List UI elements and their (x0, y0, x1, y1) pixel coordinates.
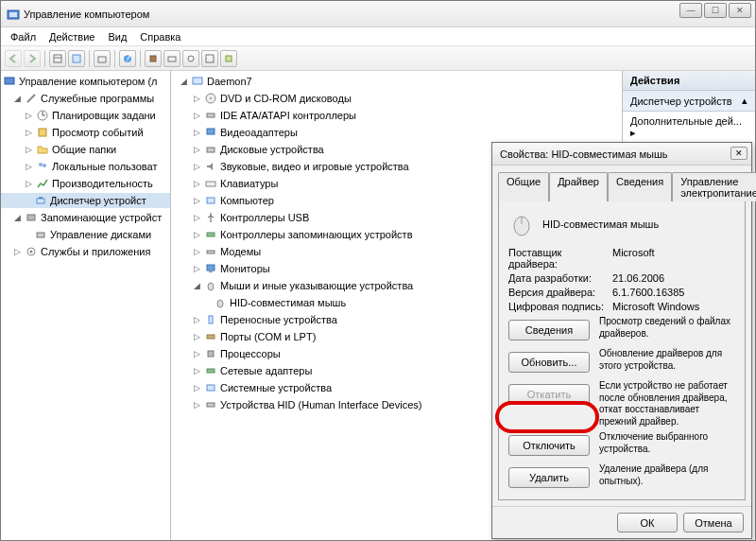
expand-icon[interactable]: ▷ (193, 349, 201, 358)
svg-rect-12 (226, 56, 232, 61)
toolbar-btn-7[interactable] (201, 50, 218, 67)
expand-icon[interactable]: ▷ (25, 179, 33, 188)
toolbar-btn-6[interactable] (182, 50, 199, 67)
expand-icon[interactable]: ◢ (180, 77, 188, 86)
toolbar-btn-3[interactable] (94, 50, 111, 67)
expand-icon[interactable]: ▷ (193, 128, 201, 137)
properties-dialog: Свойства: HID-совместимая мышь ✕ Общие Д… (491, 142, 752, 539)
toolbar-btn-5[interactable] (163, 50, 180, 67)
actions-section[interactable]: Диспетчер устройств▴ (623, 91, 755, 112)
expand-icon[interactable]: ▷ (193, 400, 201, 410)
expand-icon[interactable]: ◢ (13, 94, 22, 103)
expand-icon[interactable]: ▷ (193, 196, 201, 205)
expand-icon[interactable]: ◢ (193, 281, 201, 290)
left-pane: Управление компьютером (л ◢Служебные про… (1, 71, 171, 540)
toolbar-btn-8[interactable] (220, 50, 237, 67)
storage-ctrl-icon (204, 228, 217, 241)
help-button[interactable]: ? (119, 50, 136, 67)
expand-icon[interactable]: ▷ (193, 383, 201, 393)
chevron-up-icon: ▴ (742, 95, 747, 107)
tree-label: Управление дисками (50, 229, 151, 240)
tree-item-users[interactable]: ▷Локальные пользоват (1, 159, 170, 174)
menu-help[interactable]: Справка (134, 29, 186, 44)
svg-rect-13 (5, 78, 14, 84)
svg-rect-29 (207, 148, 215, 152)
expand-icon[interactable]: ▷ (25, 111, 33, 120)
tree-item-disk-mgmt[interactable]: Управление дисками (1, 227, 170, 242)
rollback-button[interactable]: Откатить (508, 384, 590, 405)
expand-icon[interactable]: ▷ (25, 162, 33, 171)
expand-icon[interactable]: ▷ (193, 111, 201, 120)
svg-point-26 (210, 97, 212, 99)
svg-point-37 (217, 300, 223, 307)
tab-power[interactable]: Управление электропитанием (672, 172, 756, 201)
menu-file[interactable]: Файл (5, 29, 42, 44)
svg-rect-2 (54, 55, 61, 62)
tree-item-shared[interactable]: ▷Общие папки (1, 142, 170, 157)
toolbar-separator (114, 50, 115, 67)
cpu-icon (204, 347, 217, 360)
dialog-close-button[interactable]: ✕ (730, 147, 747, 160)
tree-group-utilities[interactable]: ◢Служебные программы (1, 91, 170, 106)
row-disable-button: Отключить Отключение выбранного устройст… (508, 431, 735, 460)
expand-icon[interactable]: ▷ (193, 366, 201, 375)
device-cat-video[interactable]: ▷Видеоадаптеры (171, 125, 622, 140)
toolbar-btn-1[interactable] (49, 50, 66, 67)
forward-button[interactable] (24, 50, 41, 67)
tree-group-services[interactable]: ▷Службы и приложения (1, 244, 170, 259)
row-vendor: Поставщик драйвера:Microsoft (508, 247, 735, 270)
tree-root[interactable]: Управление компьютером (л (1, 74, 170, 89)
expand-icon[interactable]: ▷ (193, 94, 201, 103)
toolbar-separator (89, 50, 90, 67)
expand-icon[interactable]: ▷ (193, 162, 201, 171)
expand-icon[interactable]: ▷ (193, 315, 201, 324)
dialog-tabs: Общие Драйвер Сведения Управление электр… (492, 166, 751, 201)
tree-item-events[interactable]: ▷Просмотр событий (1, 125, 170, 140)
tab-driver[interactable]: Драйвер (549, 172, 608, 201)
cancel-button[interactable]: Отмена (683, 513, 744, 532)
toolbar-separator (140, 50, 141, 67)
expand-icon[interactable]: ◢ (13, 213, 22, 222)
toolbar-btn-4[interactable] (145, 50, 162, 67)
tree-item-device-manager[interactable]: Диспетчер устройст (1, 193, 170, 208)
expand-icon[interactable]: ▷ (13, 247, 22, 256)
tree-item-scheduler[interactable]: ▷Планировщик задани (1, 108, 170, 123)
device-cat-ide[interactable]: ▷IDE ATA/ATAPI контроллеры (171, 108, 622, 123)
expand-icon[interactable]: ▷ (193, 264, 201, 273)
close-button[interactable]: ✕ (729, 3, 751, 18)
expand-icon[interactable]: ▷ (193, 247, 201, 256)
expand-icon[interactable]: ▷ (193, 332, 201, 341)
actions-more[interactable]: Дополнительные дей... ▸ (623, 112, 755, 143)
maximize-button[interactable]: ☐ (704, 3, 727, 18)
remove-button[interactable]: Удалить (508, 467, 590, 488)
expand-icon[interactable]: ▷ (25, 128, 33, 137)
expand-icon[interactable]: ▷ (193, 230, 201, 239)
expand-icon[interactable]: ▷ (193, 145, 201, 154)
users-icon (36, 160, 49, 173)
expand-icon[interactable]: ▷ (25, 145, 33, 154)
expand-icon[interactable]: ▷ (193, 179, 201, 188)
device-label: IDE ATA/ATAPI контроллеры (220, 110, 356, 121)
details-button[interactable]: Сведения (508, 320, 590, 340)
update-button[interactable]: Обновить... (508, 352, 590, 373)
menu-action[interactable]: Действие (43, 29, 100, 44)
device-cat-dvd[interactable]: ▷DVD и CD-ROM дисководы (171, 91, 622, 106)
tab-general[interactable]: Общие (498, 172, 549, 201)
services-icon (25, 245, 38, 258)
tree-group-storage[interactable]: ◢Запоминающие устройст (1, 210, 170, 225)
tree-item-perf[interactable]: ▷Производительность (1, 176, 170, 191)
ok-button[interactable]: ОК (617, 513, 678, 532)
back-button[interactable] (5, 50, 22, 67)
tree-label: Общие папки (52, 144, 116, 155)
toolbar-btn-2[interactable] (68, 50, 85, 67)
button-desc: Обновление драйверов для этого устройств… (599, 348, 735, 372)
minimize-button[interactable]: — (679, 3, 702, 18)
menu-view[interactable]: Вид (102, 29, 132, 44)
expand-icon[interactable]: ▷ (193, 213, 201, 222)
svg-rect-35 (209, 271, 213, 272)
device-label: Контроллеры USB (220, 212, 309, 223)
tab-details[interactable]: Сведения (608, 172, 672, 201)
disable-button[interactable]: Отключить (508, 435, 590, 456)
svg-rect-19 (39, 197, 43, 199)
device-root[interactable]: ◢Daemon7 (171, 74, 622, 89)
